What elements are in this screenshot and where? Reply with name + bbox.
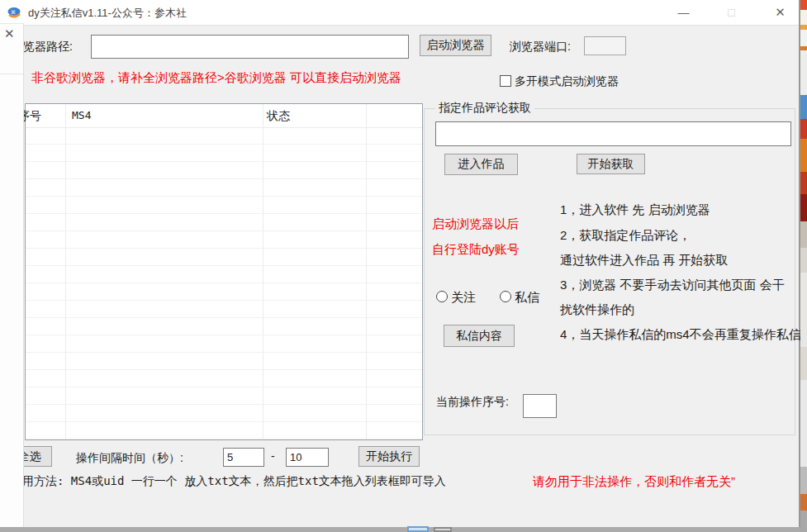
sliver-segment bbox=[800, 467, 807, 494]
sliver-segment bbox=[800, 50, 807, 95]
instruction-1: 1，进入软件 先 启动浏览器 bbox=[560, 202, 710, 218]
table-row[interactable] bbox=[26, 162, 422, 179]
work-url-input[interactable] bbox=[435, 121, 791, 146]
start-execute-button[interactable]: 开始执行 bbox=[358, 446, 420, 467]
browser-port-label: 浏览器端口: bbox=[510, 40, 571, 55]
window-title: dy关注私信v1.11-公众号：参木社 bbox=[28, 6, 187, 21]
table-row[interactable] bbox=[26, 231, 422, 249]
tip-line-2: 自行登陆dy账号 bbox=[432, 242, 520, 258]
table-row[interactable] bbox=[26, 283, 422, 301]
overlay-panel: ✕ bbox=[0, 23, 24, 527]
browser-path-input[interactable] bbox=[91, 35, 409, 59]
launch-browser-button[interactable]: 启动浏览器 bbox=[420, 35, 491, 56]
disclaimer-text: 请勿用于非法操作，否则和作者无关” bbox=[533, 474, 735, 490]
sliver-segment bbox=[800, 511, 807, 532]
current-index-label: 当前操作序号: bbox=[436, 395, 509, 410]
svg-text:⌘: ⌘ bbox=[11, 10, 16, 15]
browser-warning-text: 非谷歌浏览器，请补全浏览器路径>谷歌浏览器 可以直接启动浏览器 bbox=[31, 70, 401, 86]
maximize-button: □ bbox=[713, 0, 750, 25]
sliver-segment bbox=[800, 380, 807, 467]
table-header-row: 序号 MS4 状态 bbox=[26, 104, 422, 128]
overlay-close-icon[interactable]: ✕ bbox=[4, 26, 15, 41]
table-row[interactable] bbox=[26, 266, 422, 283]
sliver-segment bbox=[800, 194, 807, 221]
column-header-status[interactable]: 状态 bbox=[267, 109, 290, 124]
sliver-segment bbox=[800, 172, 807, 194]
table-row[interactable] bbox=[26, 353, 422, 370]
table-row[interactable] bbox=[26, 387, 422, 405]
table-row[interactable] bbox=[26, 422, 422, 439]
current-index-input[interactable] bbox=[523, 394, 557, 418]
app-icon: ⌘ bbox=[7, 7, 21, 19]
instruction-4: 4，当天操作私信的ms4不会再重复操作私信 bbox=[560, 327, 801, 343]
titlebar: ⌘ dy关注私信v1.11-公众号：参木社 — □ ✕ bbox=[0, 0, 799, 26]
dm-radio-label[interactable]: 私信 bbox=[515, 290, 539, 306]
sliver-segment bbox=[800, 273, 807, 347]
taskbar-fragment-blue bbox=[407, 526, 429, 532]
follow-radio-label[interactable]: 关注 bbox=[451, 290, 476, 306]
tip-line-1: 启动浏览器以后 bbox=[432, 216, 519, 232]
overlay-divider bbox=[0, 74, 23, 74]
interval-separator: - bbox=[271, 449, 275, 463]
enter-work-button[interactable]: 进入作品 bbox=[444, 154, 518, 175]
sliver-segment bbox=[800, 248, 807, 273]
table-row[interactable] bbox=[26, 249, 422, 266]
table-body[interactable] bbox=[26, 127, 422, 439]
sliver-segment bbox=[800, 0, 807, 10]
sliver-segment bbox=[800, 494, 807, 511]
table-row[interactable] bbox=[26, 301, 422, 318]
dm-content-button[interactable]: 私信内容 bbox=[444, 325, 515, 347]
table-row[interactable] bbox=[26, 127, 422, 145]
instruction-2: 2，获取指定作品评论， bbox=[560, 228, 691, 244]
browser-port-input[interactable] bbox=[584, 36, 626, 55]
usage-text: 使用方法: MS4或uid 一行一个 放入txt文本，然后把txt文本拖入列表框… bbox=[11, 474, 446, 489]
minimize-button[interactable]: — bbox=[665, 0, 702, 25]
sliver-segment bbox=[800, 95, 807, 119]
background-window-sliver bbox=[800, 0, 807, 532]
app-window: ⌘ dy关注私信v1.11-公众号：参木社 — □ ✕ 浏览器路径: 启动浏览器… bbox=[0, 0, 800, 529]
instruction-3b: 扰软件操作的 bbox=[560, 302, 634, 318]
table-row[interactable] bbox=[26, 318, 422, 335]
sliver-segment bbox=[800, 139, 807, 172]
column-header-ms4[interactable]: MS4 bbox=[72, 109, 91, 121]
multi-open-checkbox-label: 多开模式启动浏览器 bbox=[515, 74, 619, 89]
sliver-segment bbox=[800, 119, 807, 139]
follow-radio[interactable] bbox=[436, 291, 448, 302]
screen: ⌘ dy关注私信v1.11-公众号：参木社 — □ ✕ 浏览器路径: 启动浏览器… bbox=[0, 0, 807, 532]
multi-open-checkbox[interactable] bbox=[500, 75, 511, 87]
interval-max-input[interactable] bbox=[286, 448, 329, 467]
table-row[interactable] bbox=[26, 370, 422, 387]
sliver-segment bbox=[800, 347, 807, 380]
table-row[interactable] bbox=[26, 214, 422, 231]
sliver-segment bbox=[800, 221, 807, 248]
start-fetch-button[interactable]: 开始获取 bbox=[577, 154, 645, 174]
instruction-2b: 通过软件进入作品 再 开始获取 bbox=[560, 253, 728, 268]
interval-min-input[interactable] bbox=[223, 448, 264, 467]
ms4-list-table[interactable]: 序号 MS4 状态 bbox=[25, 103, 423, 440]
table-row[interactable] bbox=[26, 179, 422, 197]
sliver-segment bbox=[800, 30, 807, 46]
dm-radio[interactable] bbox=[500, 291, 511, 302]
instruction-3: 3，浏览器 不要手动去访问其他页面 会干 bbox=[560, 278, 785, 293]
interval-label: 操作间隔时间（秒）: bbox=[76, 451, 183, 466]
close-button[interactable]: ✕ bbox=[762, 0, 799, 25]
table-row[interactable] bbox=[26, 145, 422, 162]
table-row[interactable] bbox=[26, 197, 422, 214]
sliver-segment bbox=[800, 10, 807, 25]
comment-fetch-legend: 指定作品评论获取 bbox=[435, 101, 534, 116]
table-row[interactable] bbox=[26, 335, 422, 353]
table-row[interactable] bbox=[26, 405, 422, 422]
taskbar-fragment-gray bbox=[434, 527, 452, 532]
background-bottom-strip bbox=[0, 527, 807, 532]
